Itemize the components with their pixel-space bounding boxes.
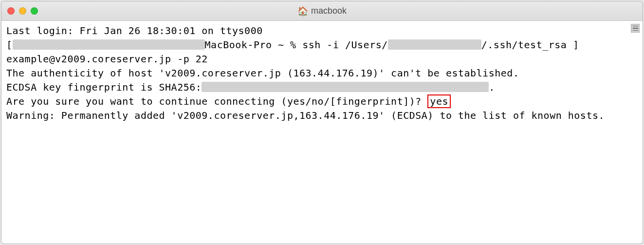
prompt-end: /.ssh/test_rsa ]: [481, 39, 579, 51]
fingerprint-prefix: ECDSA key fingerprint is SHA256:: [6, 81, 202, 93]
last-login-line: Last login: Fri Jan 26 18:30:01 on ttys0…: [6, 25, 263, 37]
scroll-indicator-icon[interactable]: [631, 24, 640, 33]
prompt-mid: MacBook-Pro ~ % ssh -i /Users/: [205, 39, 388, 51]
confirm-prompt: Are you sure you want to continue connec…: [6, 95, 427, 107]
redacted-user-path: [388, 39, 481, 50]
window-title-text: macbook: [311, 6, 347, 16]
prompt-open-bracket: [: [6, 39, 13, 51]
window-titlebar[interactable]: 🏠 macbook: [1, 1, 643, 21]
zoom-button[interactable]: [31, 7, 38, 15]
close-button[interactable]: [7, 7, 15, 15]
redacted-hostname: [13, 39, 205, 50]
user-input-yes[interactable]: yes: [427, 94, 451, 108]
home-icon: 🏠: [297, 7, 308, 16]
terminal-output[interactable]: Last login: Fri Jan 26 18:30:01 on ttys0…: [1, 21, 643, 244]
terminal-window: 🏠 macbook Last login: Fri Jan 26 18:30:0…: [1, 1, 643, 244]
known-hosts-warning: Warning: Permanently added 'v2009.corese…: [6, 110, 605, 121]
content-area: Last login: Fri Jan 26 18:30:01 on ttys0…: [1, 21, 643, 244]
window-title: 🏠 macbook: [297, 6, 347, 16]
window-controls: [7, 7, 38, 15]
ssh-target-line: example@v2009.coreserver.jp -p 22: [6, 53, 208, 65]
redacted-fingerprint: [202, 82, 489, 92]
minimize-button[interactable]: [19, 7, 26, 15]
fingerprint-suffix: .: [489, 81, 495, 93]
authenticity-line: The authenticity of host 'v2009.coreserv…: [6, 67, 519, 79]
